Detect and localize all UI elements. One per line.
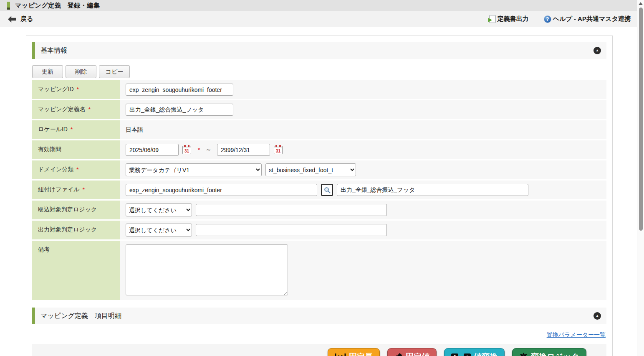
- copy-button[interactable]: コピー: [99, 65, 130, 78]
- section-accent-bar: [32, 42, 35, 59]
- domain-category-select[interactable]: 業務データカテゴリV1: [126, 163, 262, 176]
- linked-file-name-input[interactable]: [337, 184, 528, 196]
- export-definition-button[interactable]: 定義書出力: [489, 15, 529, 23]
- form-row-valid-period: 有効期間 31 * ～ 31: [32, 140, 606, 159]
- domain-category-label: ドメイン分類*: [32, 160, 120, 179]
- output-target-logic-label: 出力対象判定ロジック: [32, 221, 120, 239]
- toolbar: 戻る 定義書出力 ? ヘルプ - AP共通マスタ連携: [0, 11, 644, 27]
- value-convert-icon: A: [451, 353, 458, 356]
- back-arrow-icon: [8, 15, 17, 23]
- linked-file-id-input[interactable]: [126, 184, 317, 196]
- remarks-label: 備考: [32, 241, 120, 300]
- form-row-domain-category: ドメイン分類* 業務データカテゴリV1 st_business_fixed_fo…: [32, 160, 606, 179]
- form-row-linked-file: 紐付けファイル*: [32, 181, 606, 199]
- form-row-locale-id: ロケールID* 日本語: [32, 120, 606, 139]
- item-detail-section-header: マッピング定義 項目明細 ▲: [32, 308, 606, 324]
- mapping-id-label: マッピングID*: [32, 80, 120, 99]
- required-mark: *: [77, 86, 79, 92]
- required-mark: *: [83, 186, 85, 193]
- convert-logic-button[interactable]: 変換ロジック: [512, 348, 586, 356]
- collapse-basic-section-button[interactable]: ▲: [593, 47, 601, 54]
- mapping-name-label: マッピング定義名*: [32, 100, 120, 119]
- mapping-name-input[interactable]: [126, 104, 233, 116]
- import-target-logic-select[interactable]: 選択してください: [126, 203, 192, 216]
- locale-id-label: ロケールID*: [32, 120, 120, 139]
- output-target-logic-select[interactable]: 選択してください: [126, 224, 192, 236]
- domain-subcategory-select[interactable]: st_business_fixed_foot_t: [265, 163, 356, 176]
- magnifier-icon: [324, 187, 331, 193]
- valid-from-input[interactable]: [126, 144, 179, 156]
- basic-info-section-header: 基本情報 ▲: [32, 42, 606, 59]
- form-row-mapping-name: マッピング定義名*: [32, 100, 606, 119]
- gear-icon: [519, 353, 528, 356]
- item-detail-section-title: マッピング定義 項目明細: [40, 312, 121, 320]
- scrollbar-thumb[interactable]: [639, 8, 643, 231]
- toolbar-right: 定義書出力 ? ヘルプ - AP共通マスタ連携: [489, 15, 631, 23]
- export-definition-label: 定義書出力: [498, 15, 529, 23]
- collapse-detail-section-button[interactable]: ▲: [593, 312, 601, 320]
- vertical-scrollbar[interactable]: [637, 0, 644, 356]
- required-mark: *: [88, 106, 91, 112]
- section-accent-bar: [32, 308, 35, 324]
- value-convert-icon: a: [464, 353, 471, 356]
- legend-button-row: 固定長 固定値 A ▸ a 値変換: [32, 344, 606, 356]
- linked-file-label: 紐付けファイル*: [32, 181, 120, 199]
- locale-id-value: 日本語: [126, 126, 143, 134]
- import-target-logic-input[interactable]: [196, 204, 387, 216]
- fixed-value-button[interactable]: 固定値: [387, 348, 437, 356]
- form-row-remarks: 備考: [32, 241, 606, 300]
- scrollbar-up-arrow-icon[interactable]: [639, 2, 643, 5]
- date-range-separator: ～: [205, 146, 212, 154]
- form-row-output-target-logic: 出力対象判定ロジック 選択してください: [32, 221, 606, 239]
- app-title-bar: マッピング定義 登録・編集: [0, 0, 644, 11]
- help-icon: ?: [544, 15, 551, 23]
- delete-button[interactable]: 削除: [66, 65, 96, 78]
- form-row-import-target-logic: 取込対象判定ロジック 選択してください: [32, 201, 606, 219]
- remarks-textarea[interactable]: [126, 244, 288, 295]
- link-row: 置換パラメーター一覧: [32, 324, 606, 344]
- valid-period-label: 有効期間: [32, 140, 120, 159]
- calendar-icon[interactable]: 31: [274, 146, 283, 154]
- document-export-icon: [489, 15, 496, 23]
- page-title: マッピング定義 登録・編集: [15, 2, 100, 10]
- required-mark: *: [76, 166, 78, 173]
- pushpin-icon: [394, 353, 403, 356]
- import-target-logic-label: 取込対象判定ロジック: [32, 201, 120, 219]
- required-mark: *: [71, 126, 73, 132]
- help-link[interactable]: ? ヘルプ - AP共通マスタ連携: [544, 15, 631, 23]
- calendar-icon[interactable]: 31: [182, 146, 191, 154]
- main-container: 基本情報 ▲ 更新 削除 コピー マッピングID* マッピング定義名* ロケール…: [26, 36, 613, 356]
- help-label: ヘルプ - AP共通マスタ連携: [553, 15, 631, 23]
- value-convert-arrow-icon: ▸: [460, 355, 462, 356]
- form-row-mapping-id: マッピングID*: [32, 80, 606, 99]
- file-search-button[interactable]: [321, 184, 333, 196]
- valid-to-input[interactable]: [217, 144, 270, 156]
- update-button[interactable]: 更新: [32, 65, 63, 78]
- title-accent-bar: [7, 2, 10, 10]
- mapping-id-input[interactable]: [126, 84, 233, 96]
- required-mark: *: [198, 147, 200, 153]
- back-button[interactable]: 戻る: [8, 15, 33, 23]
- output-target-logic-input[interactable]: [196, 224, 387, 236]
- back-button-label: 戻る: [20, 15, 33, 23]
- replace-parameter-link[interactable]: 置換パラメーター一覧: [547, 331, 606, 338]
- fixed-length-button[interactable]: 固定長: [328, 348, 380, 356]
- action-button-row: 更新 削除 コピー: [32, 65, 606, 78]
- fixed-length-icon: [335, 353, 346, 356]
- basic-info-section-title: 基本情報: [40, 46, 67, 55]
- value-convert-button[interactable]: A ▸ a 値変換: [444, 348, 505, 356]
